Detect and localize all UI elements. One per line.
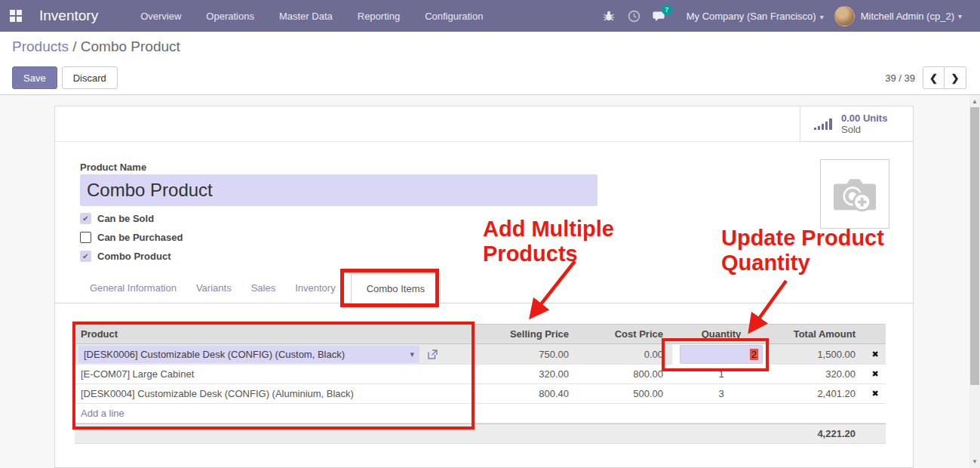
user-avatar[interactable] — [834, 6, 855, 26]
option-checkboxes: ✔ Can be Sold Can be Purchased ✔ Combo P… — [80, 212, 183, 269]
scroll-down-icon[interactable]: ▼ — [969, 458, 980, 465]
app-name: Inventory — [39, 8, 98, 24]
grand-total-value: 4,221.20 — [770, 428, 865, 439]
nav-menu-configuration[interactable]: Configuration — [425, 11, 483, 22]
cell-selling-price[interactable]: 800.40 — [475, 388, 578, 399]
checkbox-checked-icon: ✔ — [80, 251, 91, 262]
cell-total-amount: 320.00 — [770, 368, 865, 380]
delete-row-icon[interactable]: ✖ — [865, 389, 886, 399]
cell-total-amount: 1,500.00 — [770, 349, 865, 360]
product-name-label: Product Name — [80, 162, 146, 173]
discard-button[interactable]: Discard — [62, 66, 118, 89]
tab-variants[interactable]: Variants — [186, 273, 241, 303]
cell-cost-price[interactable]: 0.00 — [578, 349, 672, 360]
nav-menu-reporting[interactable]: Reporting — [358, 11, 400, 22]
scrollbar-thumb[interactable] — [970, 107, 979, 385]
notebook-tabs: General Information Variants Sales Inven… — [80, 273, 441, 303]
cell-quantity[interactable]: 1 — [672, 368, 770, 380]
control-panel: Products / Combo Product Save Discard 39… — [0, 32, 980, 95]
table-row-selected[interactable]: [DESK0006] Customizable Desk (CONFIG) (C… — [75, 344, 886, 365]
save-button[interactable]: Save — [12, 66, 57, 89]
checkbox-combo-product[interactable]: ✔ Combo Product — [80, 250, 183, 262]
pager-counter: 39 / 39 — [885, 72, 915, 84]
breadcrumb-products-link[interactable]: Products — [12, 38, 69, 54]
checkbox-unchecked-icon — [80, 232, 91, 243]
cell-selling-price[interactable]: 320.00 — [475, 368, 578, 380]
nav-menu-operations[interactable]: Operations — [206, 11, 254, 22]
navbar: Inventory Overview Operations Master Dat… — [0, 0, 980, 32]
checkbox-can-be-purchased[interactable]: Can be Purchased — [80, 231, 183, 243]
table-total-row: 4,221.20 — [75, 423, 886, 444]
cell-quantity: 2 — [672, 344, 770, 365]
user-menu[interactable]: Mitchell Admin (cp_2)▾ — [861, 11, 962, 22]
cell-product[interactable]: [E-COM07] Large Cabinet — [75, 368, 475, 380]
tab-combo-items[interactable]: Combo Items — [351, 273, 441, 304]
external-link-icon[interactable] — [428, 349, 438, 359]
product-image-upload[interactable] — [820, 159, 889, 229]
cell-product[interactable]: [DESK0004] Customizable Desk (CONFIG) (A… — [75, 388, 475, 399]
selected-quantity-text: 2 — [750, 349, 758, 360]
cell-selling-price[interactable]: 750.00 — [475, 349, 578, 360]
tab-general-information[interactable]: General Information — [80, 273, 186, 303]
breadcrumb: Products / Combo Product — [12, 38, 180, 55]
header-quantity[interactable]: Quantity — [672, 328, 770, 340]
delete-row-icon[interactable]: ✖ — [865, 349, 886, 359]
messages-count-badge: 7 — [662, 5, 672, 15]
sold-units-stat-button[interactable]: 0.00 Units Sold — [800, 106, 913, 142]
camera-plus-icon — [831, 174, 878, 214]
stat-value: 0.00 Units — [841, 112, 887, 124]
form-view-background: 0.00 Units Sold Product Name Combo Produ… — [0, 95, 980, 468]
vertical-scrollbar[interactable]: ▲ ▼ — [969, 95, 980, 468]
chevron-down-icon: ▾ — [820, 13, 824, 21]
header-selling-price[interactable]: Selling Price — [475, 328, 578, 340]
nav-menus: Overview Operations Master Data Reportin… — [140, 11, 483, 22]
cell-total-amount: 2,401.20 — [770, 388, 865, 399]
chevron-right-icon: ❯ — [951, 72, 960, 84]
debug-bug-icon[interactable] — [596, 10, 622, 22]
chevron-down-icon: ▾ — [958, 12, 962, 20]
checkbox-checked-icon: ✔ — [80, 213, 91, 224]
product-many2one-input[interactable]: [DESK0006] Customizable Desk (CONFIG) (C… — [78, 346, 419, 363]
button-box-strip — [55, 106, 913, 142]
dropdown-caret-icon[interactable]: ▾ — [410, 349, 414, 359]
scroll-up-icon[interactable]: ▲ — [969, 98, 980, 105]
company-switcher[interactable]: My Company (San Francisco)▾ — [687, 11, 824, 22]
product-name-input[interactable]: Combo Product — [80, 174, 598, 206]
table-header-row: Product Selling Price Cost Price Quantit… — [75, 324, 886, 344]
header-total-amount[interactable]: Total Amount — [770, 328, 865, 340]
delete-row-icon[interactable]: ✖ — [865, 369, 886, 379]
apps-grid-icon — [10, 10, 22, 22]
nav-menu-master-data[interactable]: Master Data — [279, 11, 333, 22]
tab-inventory[interactable]: Inventory — [285, 273, 345, 303]
add-a-line-link[interactable]: Add a line — [75, 408, 124, 419]
stat-label: Sold — [841, 124, 887, 135]
add-line-row: Add a line — [75, 404, 886, 423]
form-sheet: 0.00 Units Sold Product Name Combo Produ… — [54, 106, 914, 468]
table-row[interactable]: [DESK0004] Customizable Desk (CONFIG) (A… — [75, 384, 886, 404]
table-row[interactable]: [E-COM07] Large Cabinet 320.00 800.00 1 … — [75, 365, 886, 384]
quantity-input[interactable]: 2 — [680, 345, 763, 364]
activities-clock-icon[interactable] — [622, 10, 647, 23]
pager-next-button[interactable]: ❯ — [945, 66, 966, 89]
header-product[interactable]: Product — [75, 328, 475, 340]
pager-previous-button[interactable]: ❮ — [923, 66, 945, 89]
cell-quantity[interactable]: 3 — [672, 388, 770, 399]
breadcrumb-separator: / — [69, 38, 81, 54]
combo-items-table: Product Selling Price Cost Price Quantit… — [75, 324, 886, 444]
header-cost-price[interactable]: Cost Price — [578, 328, 672, 340]
nav-menu-overview[interactable]: Overview — [140, 11, 181, 22]
cell-cost-price[interactable]: 500.00 — [578, 388, 672, 399]
breadcrumb-current: Combo Product — [81, 38, 180, 54]
apps-menu-button[interactable] — [0, 0, 32, 32]
chevron-left-icon: ❮ — [929, 72, 938, 84]
tab-sales[interactable]: Sales — [241, 273, 286, 303]
cell-cost-price[interactable]: 800.00 — [578, 368, 672, 380]
messages-icon[interactable]: 7 — [647, 10, 673, 23]
bar-chart-icon — [814, 119, 832, 130]
checkbox-can-be-sold[interactable]: ✔ Can be Sold — [80, 212, 183, 224]
